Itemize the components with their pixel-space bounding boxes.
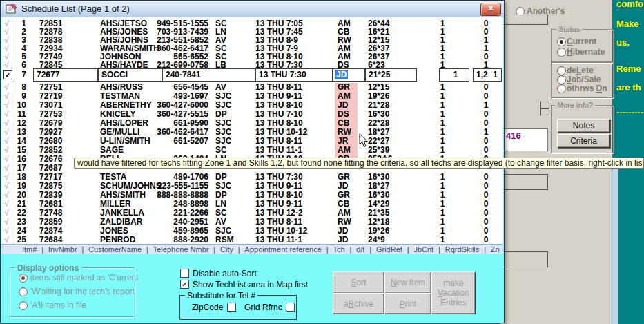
zone-value: 0 [480, 109, 491, 119]
table-row[interactable]: √1572852SAGESC13 THU 11-1AM25*3910 [1, 145, 503, 154]
table-row-selected[interactable]: ✓772677SOCCI240-784113 THU 7:30JD21*2511… [1, 68, 503, 82]
grid-reference: 22*28 [368, 118, 389, 128]
table-row[interactable]: √1872717TESTA489-1706DP13 THU 7:30GR16*3… [1, 172, 503, 181]
disable-autosort-checkbox[interactable] [180, 269, 189, 278]
telephone-number: 240-2951 [142, 217, 208, 227]
row-number: 25 [11, 235, 26, 245]
footer-column-gridref: GridRef [376, 245, 402, 254]
skills-zone-field[interactable]: 1,21 [473, 68, 502, 82]
show-techlist-checkbox[interactable]: ✓ [180, 280, 189, 289]
new-item-button[interactable]: New Item [384, 271, 431, 294]
table-row[interactable]: √372838AHS/JOHNS213-551-5852AV13 THU 8-9… [1, 35, 503, 44]
jobcount-field[interactable]: 1 [439, 68, 469, 82]
customer-name: JANKELLA [100, 208, 144, 218]
telephone-number: 661-9590 [142, 118, 208, 128]
mouse-cursor [359, 133, 369, 148]
spinner-up[interactable] [540, 102, 549, 108]
close-button[interactable]: ✕ [480, 3, 501, 16]
notes-button[interactable]: Notes [557, 119, 610, 133]
phone-field[interactable]: 240-7841 [162, 68, 255, 82]
desktop-note-0: comfo [616, 0, 643, 9]
tech-field[interactable]: JD [333, 68, 365, 82]
criteria-button[interactable]: Criteria [557, 134, 610, 148]
row-number: 16 [11, 154, 26, 164]
display-option-radio-0[interactable] [19, 274, 28, 283]
state-radio-0[interactable] [557, 66, 566, 75]
tech-code: JD [338, 235, 348, 245]
gray-field-top[interactable] [502, 15, 548, 25]
table-row[interactable]: √872751AHS/RUSS656-4545AV13 THU 8-11GR12… [1, 82, 503, 91]
tech-code: AM [338, 145, 351, 155]
table-row[interactable]: √2472874JONES459-8965SJC13 THU 10-12JD19… [1, 226, 503, 235]
table-row[interactable]: √572749JOHNSON565-6552SC13 THU 8-10AM26*… [1, 52, 503, 60]
table-row[interactable]: √272878AHS/JONES703-913-7439LN13 THU 7:4… [1, 27, 503, 35]
appointment-reference: 13 THU 10-12 [255, 127, 307, 137]
zone-value: 0 [480, 190, 491, 200]
table-row[interactable]: √472934WARAN/SMITH360-462-6417SC13 THU 7… [1, 44, 503, 52]
spinner-down[interactable] [540, 108, 549, 115]
display-option-label-2: 'A'll items in file [30, 301, 86, 310]
table-row[interactable]: √1972875SCHUM/JOHNS223-555-1155SJC13 THU… [1, 181, 503, 190]
disable-autosort-label: Disable auto-Sort [193, 269, 257, 278]
table-row[interactable]: √172851AHS/JETSO949-515-1555SC13 THU 7:0… [1, 19, 503, 27]
grid-reference: 14*29 [368, 199, 389, 209]
print-button[interactable]: Print [384, 293, 431, 314]
title-bar[interactable]: Schedule List (Page 1 of 2) ✕ [1, 1, 504, 17]
zone-value: 0 [480, 82, 491, 92]
desktop-note-1: Make [616, 19, 639, 29]
invoice-number: 72687 [39, 163, 62, 173]
display-option-radio-2[interactable] [19, 301, 28, 310]
telephone-number: 248-8898 [142, 199, 208, 209]
state-radio-1[interactable] [557, 75, 566, 84]
state-label-2: othrws Dn [567, 84, 607, 93]
status-radio-0[interactable] [557, 37, 566, 46]
table-row[interactable]: √1472680U-LIN/SMITH661-5207SJC13 THU 8-1… [1, 136, 503, 145]
table-row[interactable]: √1272679AHS/LOPER661-9590SJC13 THU 8-10C… [1, 118, 503, 127]
row-number: 10 [11, 100, 26, 110]
table-row[interactable]: √2072839AHS/SMITH888-888-8888DP13 THU 8-… [1, 190, 503, 199]
table-row[interactable]: √2172681MILLER248-8898LN13 THU 9-11CB14*… [1, 199, 503, 208]
table-row[interactable]: √672845AHS/HAYDE212-699-0758LB13 THU 7:3… [1, 60, 503, 68]
table-row[interactable]: √2372859ZALDIBAR240-2951AV13 THU 8-11RW1… [1, 217, 503, 226]
schedule-list[interactable]: √172851AHS/JETSO949-515-1555SC13 THU 7:0… [1, 17, 503, 254]
state-radio-2[interactable] [557, 84, 566, 93]
job-count: 1 [437, 109, 448, 119]
display-option-radio-1[interactable] [19, 287, 28, 296]
state-label-1: Job/Sale [567, 75, 601, 84]
archive-button[interactable]: aRchive [333, 293, 384, 314]
appointment-reference: 13 THU 8-11 [255, 136, 302, 146]
grid-reference: 21*28 [368, 100, 389, 110]
invoice-number: 72679 [39, 118, 62, 128]
table-row[interactable]: √2272748JANKELLA221-2266SC13 THU 12-2AM2… [1, 208, 503, 217]
grid-rfrnc-checkbox[interactable] [286, 303, 295, 312]
name-field[interactable]: SOCCI [98, 68, 162, 82]
status-radio-1[interactable] [557, 48, 566, 57]
table-row[interactable]: √1073071ABERNETHY360-427-6000SJC13 THU 8… [1, 100, 503, 109]
column-footer: Itm#|InvNmbr|CustomerName|Telephone Nmbr… [1, 244, 503, 254]
table-row[interactable]: √2572684PENROD888-2920RSM13 THU 11-1JD24… [1, 235, 503, 244]
sort-button[interactable]: Sort [333, 271, 384, 294]
row-number: 11 [11, 109, 26, 119]
desktop-note-4: are th [616, 82, 641, 93]
zipcode-checkbox[interactable] [227, 303, 236, 312]
grid-reference: 24*9 [368, 235, 385, 245]
table-row[interactable]: √1172753KNICELY360-427-5515DP13 THU 7-10… [1, 109, 503, 118]
status-label-0: Current [567, 37, 596, 46]
appointment-reference: 13 THU 11-1 [255, 235, 302, 245]
city-code: SJC [215, 127, 231, 137]
inv-field[interactable]: 72677 [33, 68, 98, 82]
city-code: RSM [215, 235, 234, 245]
table-row[interactable]: √1372927GE/MULLI360-462-6417SJC13 THU 10… [1, 127, 503, 136]
grid-reference: 19*26 [368, 226, 389, 236]
row-number: 20 [11, 190, 26, 200]
appointment-reference: 13 THU 8-11 [255, 82, 302, 92]
gridref-field[interactable]: 21*25 [365, 68, 417, 82]
job-count: 1 [437, 181, 448, 191]
table-row[interactable]: √972719TESTMAN493-1697SJC13 THU 9-11AM19… [1, 91, 503, 100]
make-vacation-entries-button[interactable]: makeVacationEntries [431, 271, 476, 314]
appointment-field[interactable]: 13 THU 7:30 [255, 68, 333, 82]
invoice-number: 72874 [39, 226, 62, 236]
tech-code: GR [338, 190, 350, 200]
tech-code: GR [338, 172, 350, 182]
zone-value: 0 [480, 181, 491, 191]
